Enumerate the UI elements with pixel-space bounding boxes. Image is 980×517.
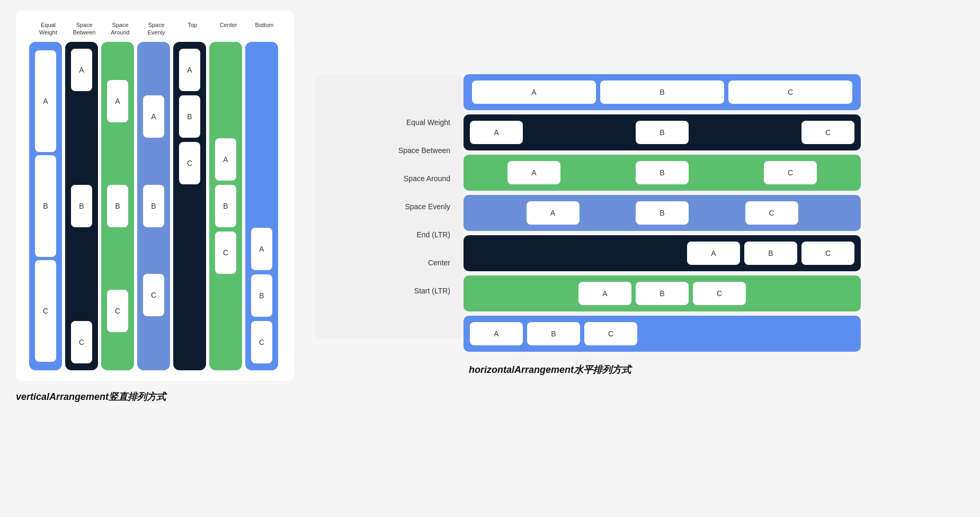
hrow-card-c: C [745,201,798,225]
label-space-around: Space Around [328,165,450,193]
hrow-space-between: A B C [464,114,861,150]
hrow-space-evenly: A B C [464,195,861,231]
item-card: C [179,142,200,184]
vertical-diagram: EqualWeight SpaceBetween SpaceAround Spa… [16,11,294,381]
label-end-ltr: End (LTR) [328,221,450,249]
hrow-card-a: A [470,322,523,345]
item-card: B [71,185,92,227]
columns-row: A B C A B C A B C A B C [29,42,281,370]
horizontal-caption: horizontalArrangement水平排列方式 [469,363,861,376]
left-panel: EqualWeight SpaceBetween SpaceAround Spa… [16,11,294,403]
item-card: B [35,155,56,257]
right-panel: A B C A B C A B C A B C [464,74,861,352]
item-card: C [107,290,128,332]
item-card: A [143,95,164,138]
hrow-card-b: B [636,121,689,144]
hrow-card-b: B [527,322,580,345]
label-space-evenly: Space Evenly [328,193,450,221]
item-card: B [215,185,236,227]
header-center: Center [212,21,245,37]
header-bottom: Bottom [248,21,281,37]
vertical-caption: verticalArrangement竖直排列方式 [16,390,166,403]
label-start-ltr: Start (LTR) [328,277,450,305]
item-card: C [251,321,272,363]
hrow-card-b: B [636,161,689,184]
middle-panel: Equal Weight Space Between Space Around … [315,74,464,339]
hrow-card-c: C [584,322,637,345]
col-top: A B C [173,42,206,370]
hrow-card-b: B [636,201,689,225]
item-card: A [35,50,56,152]
label-center: Center [328,249,450,277]
hrow-card-c: C [764,161,817,184]
header-equal-weight: EqualWeight [32,21,65,37]
hrow-card-c: C [728,81,852,104]
hrow-start-ltr: A B C [464,316,861,352]
col-bottom: A B C [245,42,278,370]
item-card: B [143,185,164,227]
header-top: Top [176,21,209,37]
hrow-card-b: B [744,242,797,265]
item-card: B [251,274,272,317]
hrow-card-b: B [600,81,724,104]
header-space-between: SpaceBetween [68,21,101,37]
hrow-space-around: A B C [464,155,861,191]
label-space-between: Space Between [328,137,450,165]
hrow-card-c: C [801,121,854,144]
item-card: C [71,321,92,363]
hrow-card-a: A [470,121,523,144]
item-card: A [215,138,236,181]
label-equal-weight: Equal Weight [328,109,450,137]
col-center: A B C [209,42,242,370]
column-headers: EqualWeight SpaceBetween SpaceAround Spa… [29,21,281,37]
item-card: A [251,228,272,270]
hrow-card-c: C [801,242,854,265]
item-card: C [215,231,236,274]
col-space-evenly: A B C [137,42,170,370]
hrow-card-a: A [472,81,596,104]
header-space-evenly: SpaceEvenly [140,21,173,37]
header-space-around: SpaceAround [104,21,137,37]
hrow-card-a: A [578,282,631,305]
hrow-end-ltr: A B C [464,235,861,271]
item-card: B [179,95,200,138]
hrow-center: A B C [464,275,861,311]
item-card: A [179,49,200,91]
hrow-card-c: C [693,282,746,305]
item-card: B [107,185,128,227]
item-card: C [143,274,164,316]
hrow-equal-weight: A B C [464,74,861,110]
item-card: C [35,260,56,362]
col-space-around: A B C [101,42,134,370]
item-card: A [71,49,92,91]
col-space-between: A B C [65,42,98,370]
item-card: A [107,80,128,122]
hrow-card-a: A [527,201,580,225]
col-equal-weight: A B C [29,42,62,370]
hrow-card-a: A [687,242,740,265]
hrow-card-a: A [507,161,560,184]
hrow-card-b: B [636,282,689,305]
